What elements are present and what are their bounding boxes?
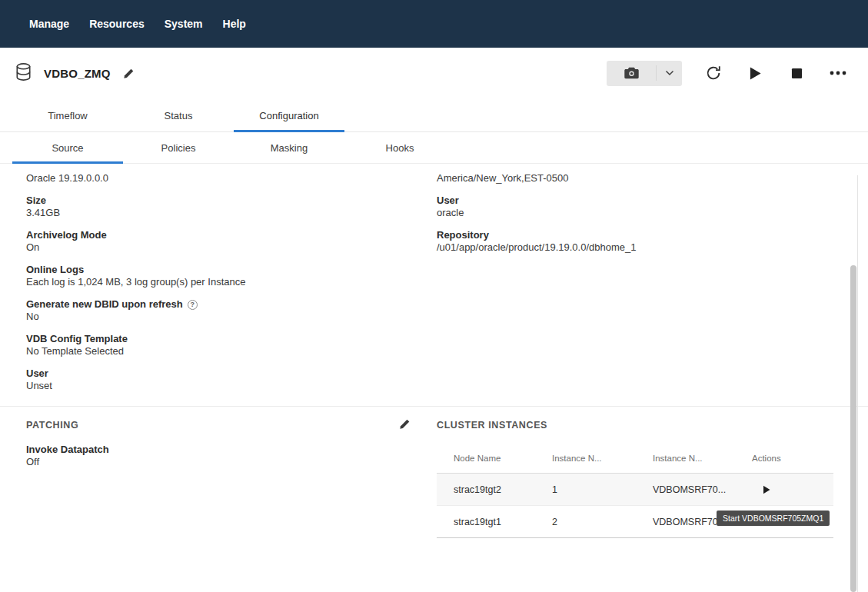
- subtab-hooks[interactable]: Hooks: [344, 132, 455, 163]
- database-icon: [15, 62, 32, 85]
- table-row: strac19tgt2 1 VDBOMSRF70...: [437, 474, 833, 506]
- field-vdb-config-template: VDB Config Template No Template Selected: [26, 333, 411, 358]
- field-timezone: America/New_York,EST-0500: [437, 172, 844, 185]
- header: VDBO_ZMQ: [0, 48, 868, 98]
- chevron-down-icon[interactable]: [656, 65, 682, 81]
- column-actions: Actions: [735, 441, 833, 474]
- camera-icon[interactable]: [607, 67, 656, 79]
- edit-title-pencil-icon[interactable]: [123, 68, 135, 79]
- config-left-column: Oracle 19.19.0.0.0 Size 3.41GB Archivelo…: [26, 172, 411, 402]
- subtabs: Source Policies Masking Hooks: [0, 132, 868, 164]
- subtab-masking[interactable]: Masking: [234, 132, 344, 163]
- nav-help[interactable]: Help: [223, 18, 246, 30]
- tab-timeflow[interactable]: Timeflow: [12, 98, 123, 131]
- nav-system[interactable]: System: [165, 18, 203, 30]
- config-right-column: America/New_York,EST-0500 User oracle Re…: [437, 172, 844, 402]
- field-invoke-datapatch: Invoke Datapatch Off: [26, 444, 411, 468]
- top-nav: Manage Resources System Help: [0, 0, 868, 48]
- cluster-instances-section: CLUSTER INSTANCES Node Name Instance N..…: [437, 419, 844, 538]
- field-repository: Repository /u01/app/oracle/product/19.19…: [437, 229, 844, 254]
- field-user-right: User oracle: [437, 195, 844, 219]
- header-actions: [607, 61, 848, 86]
- cell-instance-name: VDBOMSRF70...: [636, 484, 735, 495]
- field-version: Oracle 19.19.0.0.0: [26, 172, 411, 185]
- more-actions-button[interactable]: [828, 63, 848, 83]
- nav-manage[interactable]: Manage: [29, 18, 69, 30]
- column-node-name: Node Name: [437, 441, 535, 474]
- content-right-border: [857, 175, 858, 592]
- field-label: Generate new DBID upon refresh: [26, 298, 183, 310]
- configuration-panel: Oracle 19.19.0.0.0 Size 3.41GB Archivelo…: [0, 164, 868, 402]
- action-tooltip: Start VDBOMSRF705ZMQ1: [717, 511, 830, 526]
- snapshot-button[interactable]: [607, 61, 682, 86]
- subtab-source[interactable]: Source: [12, 132, 123, 164]
- refresh-button[interactable]: [703, 63, 723, 83]
- nav-resources[interactable]: Resources: [89, 18, 145, 30]
- edit-patching-pencil-icon[interactable]: [399, 418, 411, 433]
- bottom-sections: PATCHING Invoke Datapatch Off CLUSTER IN…: [0, 406, 868, 538]
- table-header-row: Node Name Instance N... Instance N... Ac…: [437, 441, 833, 474]
- row-start-icon[interactable]: [763, 485, 770, 494]
- vertical-scrollbar-thumb[interactable]: [850, 265, 856, 592]
- field-archivelog-mode: Archivelog Mode On: [26, 229, 411, 254]
- page-title: VDBO_ZMQ: [44, 67, 111, 80]
- field-generate-new-dbid: Generate new DBID upon refresh? No: [26, 298, 411, 323]
- cell-node-name: strac19tgt2: [437, 484, 535, 495]
- help-icon[interactable]: ?: [188, 300, 198, 310]
- start-button[interactable]: [745, 63, 765, 83]
- column-instance-number: Instance N...: [535, 441, 636, 474]
- cell-instance-number: 1: [535, 484, 636, 495]
- patching-title: PATCHING: [26, 420, 78, 431]
- stop-button[interactable]: [787, 63, 806, 83]
- cell-instance-number: 2: [535, 517, 636, 527]
- column-instance-name: Instance N...: [636, 441, 735, 474]
- cluster-instances-title: CLUSTER INSTANCES: [437, 420, 547, 431]
- field-size: Size 3.41GB: [26, 195, 411, 219]
- tab-status[interactable]: Status: [123, 98, 234, 131]
- subtab-policies[interactable]: Policies: [123, 132, 234, 163]
- cluster-instances-table: Node Name Instance N... Instance N... Ac…: [437, 441, 833, 538]
- app-window: Manage Resources System Help VDBO_ZMQ: [0, 0, 868, 592]
- cell-node-name: strac19tgt1: [437, 517, 535, 527]
- tab-configuration[interactable]: Configuration: [234, 98, 344, 132]
- tabs: Timeflow Status Configuration: [0, 98, 868, 132]
- field-online-logs: Online Logs Each log is 1,024 MB, 3 log …: [26, 264, 411, 288]
- field-user-left: User Unset: [26, 368, 411, 392]
- patching-section: PATCHING Invoke Datapatch Off: [26, 419, 411, 538]
